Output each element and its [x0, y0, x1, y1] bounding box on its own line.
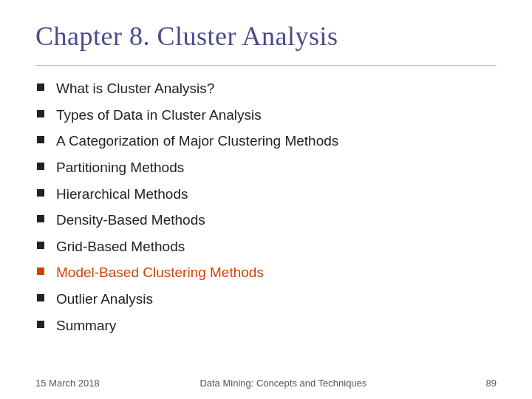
- bullet-text-2: Types of Data in Cluster Analysis: [56, 106, 497, 125]
- bullet-icon-1: [35, 82, 49, 92]
- footer-date: 15 March 2018: [35, 378, 100, 389]
- bullet-icon-7: [35, 240, 49, 250]
- bullet-item-3: A Categorization of Major Clustering Met…: [35, 132, 497, 151]
- bullet-text-4: Partitioning Methods: [56, 158, 497, 177]
- bullet-list: What is Cluster Analysis?Types of Data i…: [35, 79, 497, 335]
- bullet-text-10: Summary: [56, 316, 497, 335]
- slide-title: Chapter 8. Cluster Analysis: [35, 21, 497, 52]
- bullet-item-1: What is Cluster Analysis?: [35, 79, 497, 98]
- bullet-icon-5: [35, 188, 49, 198]
- bullet-icon-3: [35, 134, 49, 145]
- bullet-icon-10: [35, 319, 49, 330]
- footer-title: Data Mining: Concepts and Techniques: [100, 378, 467, 389]
- bullet-icon-9: [35, 293, 49, 303]
- slide: Chapter 8. Cluster Analysis What is Clus…: [0, 0, 532, 399]
- bullet-text-1: What is Cluster Analysis?: [56, 79, 497, 98]
- bullet-item-2: Types of Data in Cluster Analysis: [35, 106, 497, 125]
- bullet-icon-8: [35, 266, 49, 276]
- bullet-text-3: A Categorization of Major Clustering Met…: [56, 132, 497, 151]
- content-area: What is Cluster Analysis?Types of Data i…: [0, 66, 532, 349]
- bullet-text-8: Model-Based Clustering Methods: [56, 263, 497, 282]
- bullet-text-6: Density-Based Methods: [56, 211, 497, 230]
- title-area: Chapter 8. Cluster Analysis: [0, 0, 532, 59]
- bullet-icon-6: [35, 214, 49, 224]
- bullet-item-7: Grid-Based Methods: [35, 237, 497, 256]
- footer-page: 89: [467, 378, 497, 389]
- slide-footer: 15 March 2018 Data Mining: Concepts and …: [0, 378, 532, 389]
- bullet-item-8: Model-Based Clustering Methods: [35, 263, 497, 282]
- bullet-text-9: Outlier Analysis: [56, 290, 497, 309]
- bullet-text-7: Grid-Based Methods: [56, 237, 497, 256]
- bullet-icon-4: [35, 161, 49, 171]
- bullet-item-4: Partitioning Methods: [35, 158, 497, 177]
- bullet-item-5: Hierarchical Methods: [35, 185, 497, 204]
- bullet-icon-2: [35, 109, 49, 119]
- bullet-item-10: Summary: [35, 316, 497, 335]
- bullet-item-6: Density-Based Methods: [35, 211, 497, 230]
- bullet-text-5: Hierarchical Methods: [56, 185, 497, 204]
- bullet-item-9: Outlier Analysis: [35, 290, 497, 309]
